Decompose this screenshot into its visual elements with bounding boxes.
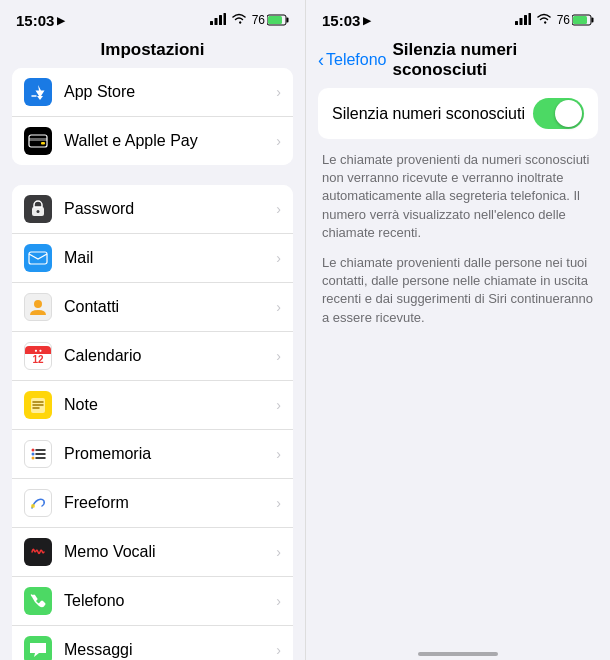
contacts-icon [24,293,52,321]
right-wifi-icon [536,13,552,28]
svg-rect-33 [524,15,527,25]
left-status-time: 15:03 ▶ [16,12,65,29]
right-time-text: 15:03 [322,12,360,29]
svg-point-17 [32,453,35,456]
right-status-icons: 76 [515,13,594,28]
svg-rect-32 [519,18,522,25]
messaggi-icon [24,636,52,660]
settings-item-calendar[interactable]: ● ● 12 Calendario › [12,332,293,381]
svg-rect-2 [219,15,222,25]
svg-point-13 [34,300,42,308]
left-battery-icon: 76 [252,13,289,27]
toggle-label: Silenzia numeri sconosciuti [332,105,525,123]
left-signal-icon [210,13,226,28]
settings-item-freeform[interactable]: Freeform › [12,479,293,528]
toggle-knob [555,100,582,127]
settings-item-telefono[interactable]: Telefono › [12,577,293,626]
left-wifi-icon [231,13,247,28]
note-chevron: › [276,397,281,413]
memovocali-icon [24,538,52,566]
appstore-icon [24,78,52,106]
settings-item-contacts[interactable]: Contatti › [12,283,293,332]
svg-rect-8 [29,138,47,141]
settings-item-reminder[interactable]: Promemoria › [12,430,293,479]
settings-item-appstore[interactable]: App Store › [12,68,293,117]
telefono-chevron: › [276,593,281,609]
right-nav-header: ‹ Telefono Silenzia numeri sconosciuti [306,36,610,88]
svg-rect-6 [268,16,282,24]
calendar-label: Calendario [64,347,276,365]
left-panel: 15:03 ▶ 76 [0,0,305,660]
svg-rect-5 [287,18,289,23]
svg-point-19 [32,457,35,460]
password-chevron: › [276,201,281,217]
svg-rect-0 [210,21,213,25]
back-chevron-icon: ‹ [318,50,324,71]
telefono-icon [24,587,52,615]
left-status-bar: 15:03 ▶ 76 [0,0,305,36]
right-location-icon: ▶ [363,15,371,26]
left-location-icon: ▶ [57,15,65,26]
back-button[interactable]: ‹ Telefono [318,50,387,71]
right-status-time: 15:03 ▶ [322,12,371,29]
memovocali-label: Memo Vocali [64,543,276,561]
settings-item-wallet[interactable]: Wallet e Apple Pay › [12,117,293,165]
left-page-title: Impostazioni [0,36,305,68]
left-battery-text: 76 [252,13,265,27]
silenzia-toggle[interactable] [533,98,584,129]
freeform-label: Freeform [64,494,276,512]
svg-point-11 [37,210,40,213]
contacts-label: Contatti [64,298,276,316]
telefono-label: Telefono [64,592,276,610]
settings-item-note[interactable]: Note › [12,381,293,430]
freeform-icon [24,489,52,517]
reminder-icon [24,440,52,468]
right-signal-icon [515,13,531,28]
settings-item-password[interactable]: Password › [12,185,293,234]
messaggi-chevron: › [276,642,281,658]
right-content: Silenzia numeri sconosciuti Le chiamate … [306,88,610,640]
description-2: Le chiamate provenienti dalle persone ne… [322,254,594,327]
password-icon [24,195,52,223]
reminder-chevron: › [276,446,281,462]
reminder-label: Promemoria [64,445,276,463]
appstore-chevron: › [276,84,281,100]
settings-item-messaggi[interactable]: Messaggi › [12,626,293,660]
wallet-chevron: › [276,133,281,149]
messaggi-label: Messaggi [64,641,276,659]
right-panel: 15:03 ▶ 76 [305,0,610,660]
left-time-text: 15:03 [16,12,54,29]
mail-icon [24,244,52,272]
settings-item-mail[interactable]: Mail › [12,234,293,283]
right-description: Le chiamate provenienti da numeri sconos… [318,151,598,327]
wallet-label: Wallet e Apple Pay [64,132,276,150]
svg-rect-31 [515,21,518,25]
mail-label: Mail [64,249,276,267]
back-label: Telefono [326,51,387,69]
password-label: Password [64,200,276,218]
note-label: Note [64,396,276,414]
note-icon [24,391,52,419]
svg-rect-37 [573,16,587,24]
mail-chevron: › [276,250,281,266]
appstore-label: App Store [64,83,276,101]
right-bottom-bar [306,640,610,660]
calendar-icon: ● ● 12 [24,342,52,370]
svg-rect-36 [592,18,594,23]
right-battery-text: 76 [557,13,570,27]
svg-rect-1 [214,18,217,25]
freeform-chevron: › [276,495,281,511]
contacts-chevron: › [276,299,281,315]
wallet-icon [24,127,52,155]
memovocali-chevron: › [276,544,281,560]
home-indicator [418,652,498,656]
svg-rect-3 [223,13,226,25]
settings-item-memovocali[interactable]: Memo Vocali › [12,528,293,577]
toggle-row: Silenzia numeri sconosciuti [318,88,598,139]
svg-rect-34 [528,13,531,25]
left-status-icons: 76 [210,13,289,28]
settings-group-2: Password › Mail › [12,185,293,660]
svg-rect-12 [29,252,47,264]
svg-rect-9 [41,142,45,145]
svg-point-21 [31,504,35,508]
